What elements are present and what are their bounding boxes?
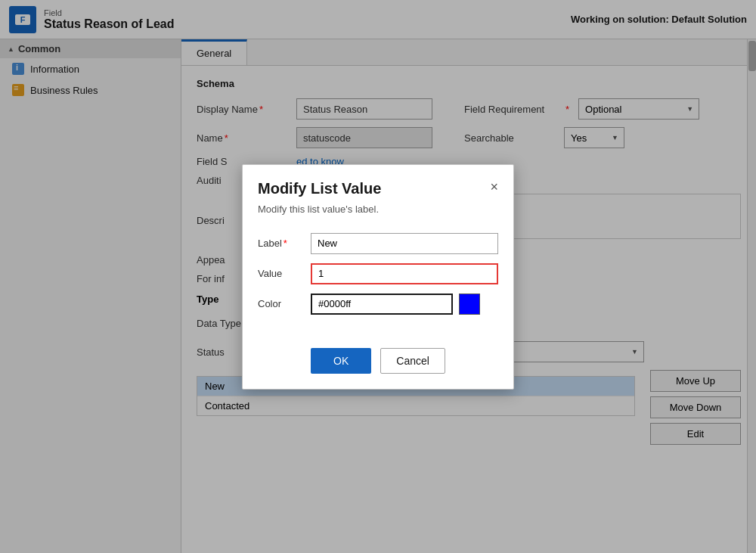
dialog-overlay: Modify List Value × Modify this list val…	[0, 0, 756, 553]
color-field-input[interactable]	[311, 294, 453, 315]
dialog-subtitle: Modify this list value's label.	[243, 203, 513, 227]
dialog-footer: OK Cancel	[243, 339, 513, 389]
label-field-input[interactable]	[311, 233, 498, 254]
color-swatch[interactable]	[459, 294, 480, 315]
value-field-input[interactable]	[311, 263, 498, 284]
modify-list-value-dialog: Modify List Value × Modify this list val…	[242, 164, 514, 390]
dialog-header: Modify List Value ×	[243, 165, 513, 203]
dialog-body: Label* Value Color	[243, 227, 513, 339]
dialog-value-row: Value	[258, 263, 498, 284]
dialog-color-row: Color	[258, 294, 498, 315]
dialog-label-row: Label*	[258, 233, 498, 254]
value-field-label: Value	[258, 268, 303, 279]
dialog-close-button[interactable]: ×	[490, 180, 498, 194]
color-input-group	[311, 294, 480, 315]
color-field-label: Color	[258, 298, 303, 309]
dialog-title: Modify List Value	[258, 180, 381, 197]
label-field-label: Label*	[258, 238, 303, 249]
ok-button[interactable]: OK	[311, 348, 371, 374]
cancel-button[interactable]: Cancel	[380, 348, 445, 374]
